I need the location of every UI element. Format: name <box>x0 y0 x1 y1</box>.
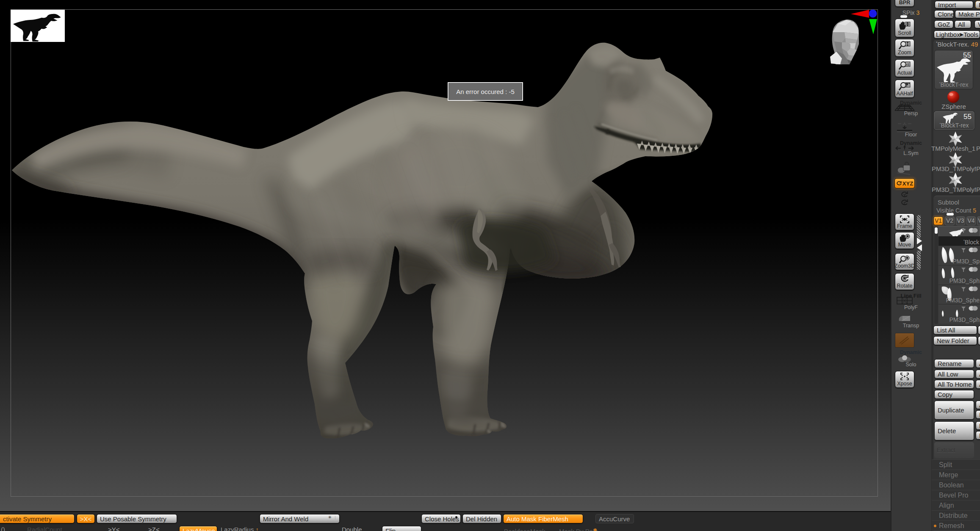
svg-text:x1: x1 <box>906 63 910 66</box>
svg-text:Y: Y <box>903 193 906 197</box>
svg-text:Z: Z <box>903 201 906 205</box>
